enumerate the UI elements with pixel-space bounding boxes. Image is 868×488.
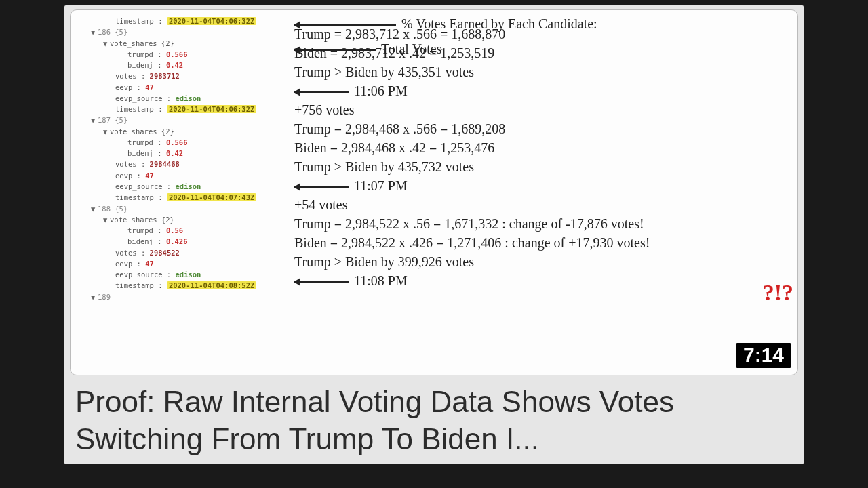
calc1-biden: Biden = 2,983,712 x .42 = 1,253,519 (294, 44, 788, 62)
time-1107: 11:07 PM (354, 178, 408, 193)
video-title[interactable]: Proof: Raw Internal Voting Data Shows Vo… (64, 378, 804, 464)
exclaim-icon: ?!? (763, 280, 793, 306)
duration-badge: 7:14 (736, 343, 791, 368)
calc1-trump: Trump = 2,983,712 x .566 = 1,688,870 (294, 25, 788, 43)
calc2-biden: Biden = 2,984,468 x .42 = 1,253,476 (294, 139, 788, 157)
video-thumbnail[interactable]: timestamp : 2020-11-04T04:06:32Z ▼186 {5… (70, 9, 798, 375)
calc2-diff: Trump > Biden by 435,732 votes (294, 158, 788, 176)
video-card[interactable]: timestamp : 2020-11-04T04:06:32Z ▼186 {5… (64, 5, 804, 464)
annotation-overlay: % Votes Earned by Each Candidate: Total … (294, 14, 788, 371)
calc3-biden: Biden = 2,984,522 x .426 = 1,271,406 : c… (294, 234, 788, 252)
calc3-diff: Trump > Biden by 399,926 votes (294, 253, 788, 271)
delta1: +756 votes (294, 101, 788, 119)
calc1-diff: Trump > Biden by 435,351 votes (294, 63, 788, 81)
calc2-trump: Trump = 2,984,468 x .566 = 1,689,208 (294, 120, 788, 138)
delta2: +54 votes (294, 196, 788, 214)
time-1108: 11:08 PM (354, 273, 408, 288)
json-tree-panel: timestamp : 2020-11-04T04:06:32Z ▼186 {5… (80, 16, 290, 302)
time-1106: 11:06 PM (354, 83, 408, 98)
calc3-trump: Trump = 2,984,522 x .56 = 1,671,332 : ch… (294, 215, 788, 233)
